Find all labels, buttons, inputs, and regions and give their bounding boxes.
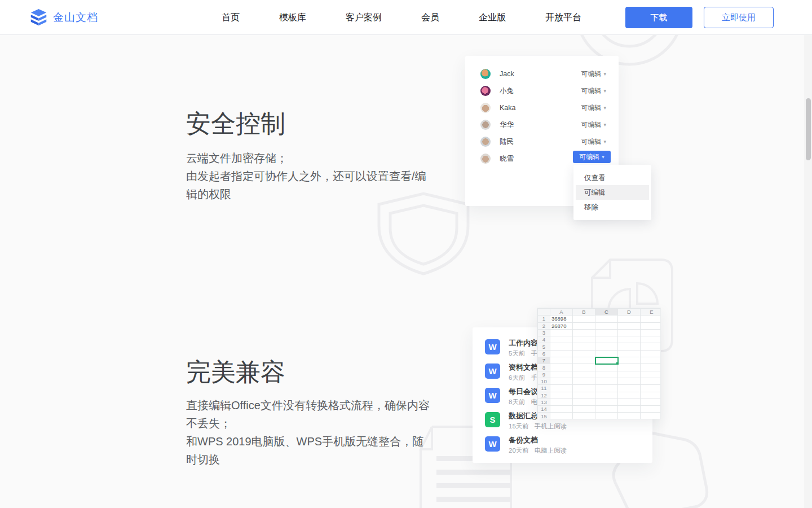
sheet-cell [550,329,573,336]
sheet-row-header: 12 [538,392,550,398]
scrollbar-thumb[interactable] [806,98,811,160]
sheet-row-header: 9 [538,371,550,378]
doc-meta: 20天前电脑上阅读 [509,446,567,455]
sheet-cell [573,329,595,336]
compat-section-title: 完美兼容 [186,356,285,389]
sheet-cell [595,378,618,384]
sheet-cell [641,350,661,357]
sheet-cell [573,378,595,384]
sheet-row-header: 14 [538,406,550,413]
permission-value: 可编辑 [581,86,601,96]
sheet-cell [595,398,618,405]
nav-item-enterprise[interactable]: 企业版 [479,12,506,24]
nav-item-home[interactable]: 首页 [222,12,240,24]
doc-title: 备份文档 [509,436,567,444]
nav-item-member[interactable]: 会员 [421,12,439,24]
sheet-cell [550,336,573,343]
sheet-row-header: 1 [538,316,550,322]
sheet-cell [641,392,661,398]
member-row: Jack 可编辑 ▾ [465,65,619,82]
sheet-cell [550,343,573,350]
sheet-cell [618,322,641,329]
scrollbar-track[interactable] [804,35,812,508]
sheet-cell [641,406,661,413]
sheet-cell [573,371,595,378]
sheet-cell [573,413,595,419]
member-name: Kaka [500,104,581,112]
sheet-cell [618,413,641,419]
permission-value: 可编辑 [581,103,601,113]
sheet-cell [641,322,661,329]
member-name: 陆民 [500,137,581,147]
selection-fill-handle [616,362,618,364]
sheet-cell [550,392,573,398]
sheet-cell [641,336,661,343]
sheet-cell [595,350,618,357]
sheet-row-header: 8 [538,364,550,371]
permission-button-label: 可编辑 [579,152,599,162]
sheet-cell [618,398,641,405]
sheet-col-header: C [595,309,618,316]
sheet-cell [595,406,618,413]
sheet-row-header: 13 [538,398,550,405]
security-section-description: 云端文件加密存储； 由发起者指定可协作人之外，还可以设置查看/编辑的权限 [186,149,430,203]
brand-name: 金山文档 [53,10,98,25]
sheet-cell [641,371,661,378]
avatar [480,69,491,79]
sheet-cell [573,398,595,405]
use-now-button[interactable]: 立即使用 [704,7,774,28]
dropdown-item-view-only: 仅查看 [576,170,649,185]
brand-logo[interactable]: 金山文档 [29,0,98,35]
sheet-cell [641,343,661,350]
permission-dropdown-button-active: 可编辑 ▾ [573,151,611,163]
permission-value: 可编辑 [581,120,601,130]
sheet-cell [573,392,595,398]
sheet-cell [573,385,595,392]
sheet-cell [641,413,661,419]
member-row: 小兔 可编辑 ▾ [465,82,619,99]
nav-item-cases[interactable]: 客户案例 [346,12,382,24]
doc-meta: 15天前手机上阅读 [509,422,567,431]
sheet-cell [550,350,573,357]
sheet-cell [595,357,618,364]
download-button[interactable]: 下载 [625,7,692,28]
sheet-row-header: 3 [538,329,550,336]
sheet-row-header: 6 [538,350,550,357]
chevron-down-icon: ▾ [603,71,606,77]
spreadsheet-grid: ABCDE1368982268703456789101112131415 [537,308,661,419]
chevron-down-icon: ▾ [603,88,606,94]
member-row: 华华 可编辑 ▾ [465,116,619,133]
top-navigation-bar: 金山文档 首页 模板库 客户案例 会员 企业版 开放平台 下载 立即使用 [0,0,812,35]
nav-item-templates[interactable]: 模板库 [279,12,306,24]
member-row: 陆民 可编辑 ▾ [465,133,619,150]
sheet-cell [573,350,595,357]
writer-doc-icon: W [485,364,500,379]
sheet-cell: 26870 [550,322,573,329]
nav-item-open-platform[interactable]: 开放平台 [545,12,581,24]
sheet-cell [595,316,618,322]
sheet-cell [618,406,641,413]
sheet-cell [618,350,641,357]
sheet-cell [595,364,618,371]
sheet-cell [595,413,618,419]
sheet-cell [550,385,573,392]
spreadsheet-illustration: ABCDE1368982268703456789101112131415 [537,308,661,419]
sheet-cell [618,316,641,322]
member-name: 小兔 [500,86,581,96]
shield-watermark-icon [376,191,471,275]
avatar [480,86,491,96]
sheet-cell [618,392,641,398]
sheet-cell [550,357,573,364]
member-name: 华华 [500,120,581,130]
sheet-cell [550,371,573,378]
permission-dropdown-menu: 仅查看 可编辑 移除 [573,165,651,220]
sheet-row-header: 2 [538,322,550,329]
sheet-cell [595,336,618,343]
member-name: Jack [500,70,581,78]
chevron-down-icon: ▾ [602,154,604,160]
chevron-down-icon: ▾ [603,105,606,111]
sheet-cell [618,371,641,378]
sheet-cell [550,398,573,405]
sheet-col-header: E [641,309,661,316]
sheet-col-header: A [550,309,573,316]
